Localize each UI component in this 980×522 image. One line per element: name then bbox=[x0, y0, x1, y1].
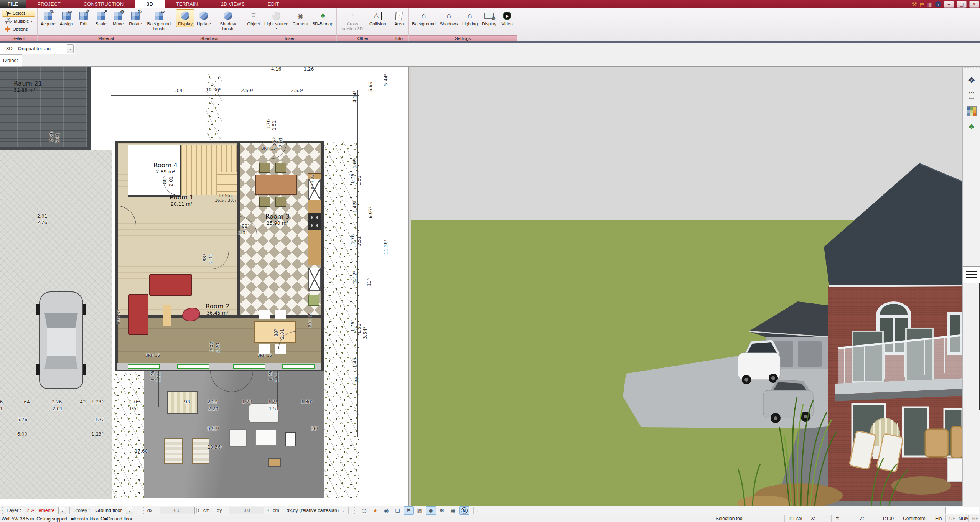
plants-icon[interactable]: ♣ bbox=[965, 120, 978, 133]
plan-sofa[interactable] bbox=[128, 294, 148, 335]
storey-dropdown-button[interactable]: ⌄ bbox=[126, 507, 133, 514]
drag-grip[interactable] bbox=[354, 507, 356, 514]
layer-dropdown-button[interactable]: ⌄ bbox=[58, 507, 66, 514]
plan-garage-roof[interactable]: Raum 21 32.83 m² bbox=[0, 67, 91, 150]
furniture-icon[interactable]: ♖ bbox=[965, 90, 978, 102]
statusbar-layers-icon[interactable]: ❏ bbox=[392, 506, 403, 515]
close-button[interactable]: × bbox=[969, 1, 979, 8]
statusbar-slab-icon[interactable]: ◆ bbox=[426, 506, 436, 515]
dy-input[interactable] bbox=[229, 507, 264, 514]
ribbon-background-brush-button[interactable]: ✑Background brush bbox=[144, 9, 173, 32]
plan-kitchen-cabinet[interactable] bbox=[308, 268, 321, 291]
ribbon-options-button[interactable]: ✚Options bbox=[2, 26, 35, 33]
tab-construction[interactable]: CONSTRUCTION bbox=[72, 0, 135, 8]
tab-3d[interactable]: 3D bbox=[135, 0, 165, 8]
plan-stairs-lower[interactable] bbox=[217, 172, 237, 195]
plan-window-selected[interactable] bbox=[177, 364, 209, 369]
ribbon-collision-button[interactable]: ♙Collision bbox=[367, 9, 388, 27]
plan-hedge-left[interactable] bbox=[112, 372, 144, 498]
ribbon-display-button[interactable]: ⚙Display bbox=[480, 9, 498, 27]
statusbar-roof-icon[interactable]: ⚑ bbox=[404, 506, 414, 515]
statusbar-screen-star-icon[interactable]: ★ bbox=[370, 506, 380, 515]
ribbon-area-button[interactable]: ?Area bbox=[390, 9, 407, 27]
ribbon-select-button[interactable]: ➤Select bbox=[2, 10, 35, 17]
ribbon-shadows-button[interactable]: ⌂Shadows bbox=[438, 9, 460, 27]
ribbon-3d-bitmap-button[interactable]: ♣3D-Bitmap bbox=[311, 9, 335, 27]
terrain-select-value[interactable]: Original terrain bbox=[18, 46, 67, 51]
tab-file[interactable]: FILE bbox=[0, 0, 26, 8]
storey-value[interactable]: Ground floor bbox=[95, 508, 122, 513]
plan-garden-chair[interactable] bbox=[229, 429, 247, 447]
layers-icon[interactable]: ❖ bbox=[965, 74, 978, 87]
plan-chair[interactable] bbox=[275, 163, 286, 173]
plan-lounger[interactable] bbox=[192, 438, 209, 464]
minimize-button[interactable]: – bbox=[944, 1, 954, 8]
plan-kitchen-unit[interactable] bbox=[308, 295, 319, 306]
ribbon-edit-button[interactable]: ✐Edit bbox=[75, 9, 92, 27]
ribbon-cross-section-3d-button[interactable]: ⌂Cross section 3D bbox=[338, 9, 367, 32]
tab-project[interactable]: PROJECT bbox=[26, 0, 72, 8]
plan-hedge-right[interactable] bbox=[324, 142, 359, 498]
plan-window-selected[interactable] bbox=[282, 364, 315, 369]
plan-car-topview[interactable] bbox=[35, 288, 87, 392]
view-splitter[interactable] bbox=[408, 67, 411, 506]
plan-garden-table[interactable] bbox=[255, 430, 277, 446]
overflow-dots-icon[interactable]: ⁞ bbox=[477, 508, 478, 513]
plan-window-selected[interactable] bbox=[233, 364, 265, 369]
ribbon-move-button[interactable]: ✥Move bbox=[110, 9, 127, 27]
coord-mode-select[interactable]: dx,dy (relative cartesian) bbox=[287, 508, 339, 513]
plan-chair[interactable] bbox=[259, 197, 270, 207]
plan-chair[interactable] bbox=[275, 197, 286, 207]
panel-splitter-handle[interactable] bbox=[963, 266, 980, 283]
drag-grip[interactable] bbox=[2, 44, 4, 53]
screen-icon[interactable]: ▥ bbox=[927, 1, 932, 8]
help-icon[interactable]: ? bbox=[935, 1, 941, 7]
ribbon-camera-button[interactable]: ◉Camera bbox=[291, 9, 310, 27]
ribbon-acquire-button[interactable]: ✎Acquire bbox=[39, 9, 58, 27]
plan-garden-stool[interactable] bbox=[268, 458, 281, 467]
ribbon-display-button[interactable]: Display bbox=[176, 9, 194, 27]
tab-terrain[interactable]: TERRAIN bbox=[165, 0, 209, 8]
terrain-dropdown-button[interactable]: ⌄ bbox=[67, 44, 74, 53]
dx-input[interactable] bbox=[160, 507, 195, 514]
tab-edit[interactable]: EDIT bbox=[256, 0, 291, 8]
ribbon-multiple-button[interactable]: ⁂Multiple▾ bbox=[2, 18, 35, 25]
ribbon-lighting-button[interactable]: ⌂Lighting bbox=[460, 9, 479, 27]
ribbon-scale-button[interactable]: ↗Scale bbox=[92, 9, 109, 27]
ribbon-shadow-brush-button[interactable]: ✑Shadow brush bbox=[213, 9, 242, 32]
statusbar-north-icon[interactable]: N bbox=[459, 506, 469, 515]
tools-icon[interactable]: ⚒ bbox=[912, 1, 917, 8]
ribbon-assign-button[interactable]: ✑Assign bbox=[58, 9, 75, 27]
plan-chair[interactable] bbox=[259, 310, 270, 319]
ribbon-rotate-button[interactable]: ↻Rotate bbox=[127, 9, 144, 27]
ribbon-light-source-button[interactable]: ⚪Light source▾ bbox=[262, 9, 290, 31]
materials-icon[interactable] bbox=[965, 105, 978, 117]
drag-grip[interactable] bbox=[143, 507, 145, 514]
statusbar-terrain-icon[interactable]: ≋ bbox=[437, 506, 447, 515]
tab-2d-views[interactable]: 2D VIEWS bbox=[209, 0, 256, 8]
plan-chair[interactable] bbox=[275, 310, 286, 319]
plan-chair[interactable] bbox=[259, 163, 270, 173]
package-icon[interactable]: ▤ bbox=[920, 1, 925, 8]
plan-side-table[interactable] bbox=[163, 305, 171, 326]
ribbon-background-button[interactable]: ⌂Background bbox=[410, 9, 437, 27]
plan-window-selected[interactable] bbox=[128, 364, 160, 369]
plan-sofa[interactable] bbox=[149, 274, 192, 296]
floor-plan-view[interactable]: Raum 21 32.83 m² bbox=[0, 67, 408, 506]
plan-kitchen-stove[interactable] bbox=[308, 213, 321, 230]
dropdown-arrow-icon[interactable]: ▾ bbox=[275, 26, 277, 30]
statusbar-hatch-icon[interactable]: ▨ bbox=[415, 506, 425, 515]
plan-dining-table[interactable] bbox=[255, 175, 297, 195]
coord-mode-chevron-icon[interactable]: ⌄ bbox=[342, 509, 345, 512]
plan-lounger[interactable] bbox=[164, 438, 183, 464]
drag-grip[interactable] bbox=[2, 507, 4, 514]
statusbar-grid-icon[interactable]: ▦ bbox=[448, 506, 458, 515]
render-3d-view[interactable] bbox=[411, 67, 962, 506]
dy-spinner[interactable]: ▲▼ bbox=[266, 508, 270, 513]
restore-button[interactable]: ▢ bbox=[957, 1, 967, 8]
ribbon-object-button[interactable]: ♖Object bbox=[245, 9, 262, 27]
dx-spinner[interactable]: ▲▼ bbox=[196, 508, 201, 513]
plan-garden-bench[interactable] bbox=[167, 391, 198, 414]
plan-hedge-top[interactable] bbox=[206, 74, 222, 140]
dropdown-arrow-icon[interactable]: ▾ bbox=[31, 20, 33, 23]
